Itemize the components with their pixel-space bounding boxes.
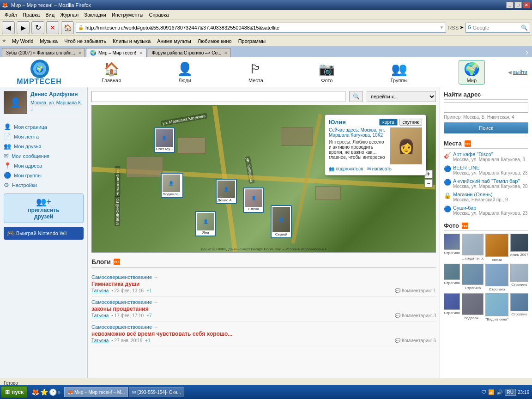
tray-language[interactable]: RU — [505, 389, 516, 396]
browser-search-box[interactable]: G 🔍 — [466, 23, 530, 33]
menu-tools[interactable]: Инструменты — [109, 12, 146, 18]
map-goto-select[interactable]: перейти к... — [367, 91, 436, 102]
sidebar-my-friends[interactable]: 👥 Мои друзья — [4, 141, 84, 151]
photo-item-10[interactable]: "Вид из окна" — [485, 293, 508, 321]
invite-box[interactable]: 👥+ пригласить друзей — [4, 193, 84, 223]
photo-item-1[interactable]: ...когда ты о, — [462, 234, 484, 262]
menu-history[interactable]: Журнал — [57, 12, 81, 18]
nav-people[interactable]: 👤 Люди — [172, 60, 198, 84]
menu-help[interactable]: Справка — [146, 12, 171, 18]
taskbar-item-1[interactable]: ✉ [393-559-154]- Окн... — [129, 387, 184, 397]
popup-write-btn[interactable]: ✉ написать — [367, 166, 392, 171]
bookmark-myworld[interactable]: My World — [9, 38, 36, 44]
places-rss-icon[interactable]: rss — [465, 140, 471, 147]
address-dropdown[interactable]: ▼ — [439, 25, 444, 30]
blog-0-category[interactable]: Самосовершенствование — [91, 274, 152, 280]
bookmark-programs[interactable]: Программы — [236, 38, 268, 44]
quick-launch-clock[interactable]: 🕐 — [49, 388, 57, 396]
tab-1[interactable]: 🌍 Мир – Мир тесен! ✕ — [86, 48, 147, 57]
photos-rss-icon[interactable]: rss — [462, 223, 468, 229]
start-button[interactable]: ⊞ пуск — [1, 386, 28, 398]
tab-1-close[interactable]: ✕ — [139, 51, 143, 55]
place-1-name[interactable]: BEER LINE — [453, 165, 528, 170]
tab-0[interactable]: Зубы (2007) » Фильмы онлайн... ✕ — [2, 48, 85, 57]
sidebar-my-feed[interactable]: 📄 Моя лента — [4, 132, 84, 141]
photo-item-8[interactable]: Строгино — [444, 293, 460, 321]
logout-link[interactable]: выйти — [513, 69, 527, 75]
bookmark-remember[interactable]: Чтоб не забывать — [61, 38, 109, 44]
address-search-button[interactable]: Поиск — [444, 122, 528, 133]
place-2-name[interactable]: Английский паб "Темпл бар" — [453, 178, 528, 184]
stop-button[interactable]: ✕ — [46, 21, 59, 34]
blog-2-author[interactable]: Татьяна — [91, 338, 109, 343]
blog-1-title[interactable]: законы процветания — [91, 306, 436, 312]
map-search-button[interactable]: 🔍 — [349, 91, 363, 102]
map-pin-3[interactable]: 👤 Елена — [243, 187, 264, 213]
close-button[interactable]: ✕ — [523, 2, 530, 8]
blog-2-category[interactable]: Самосовершенствование — [91, 324, 152, 330]
address-input[interactable] — [444, 103, 528, 113]
scroll-tabs-right[interactable]: › — [526, 48, 528, 57]
menu-bookmarks[interactable]: Закладки — [81, 12, 109, 18]
sidebar-my-page[interactable]: 👤 Моя страница — [4, 122, 84, 132]
menu-edit[interactable]: Правка — [20, 12, 42, 18]
quick-launch-browser[interactable]: 🦊 — [31, 388, 39, 396]
minimize-button[interactable]: _ — [506, 2, 514, 8]
search-go-button[interactable]: 🔍 — [521, 24, 528, 31]
nav-world[interactable]: 🌍 Мир — [459, 60, 485, 85]
bookmark-anime[interactable]: Аниме мульты — [154, 38, 193, 44]
quick-launch-star[interactable]: ⭐ — [40, 388, 48, 396]
photo-item-7[interactable]: Строгино — [510, 264, 528, 292]
popup-tab-satellite[interactable]: спутник — [399, 119, 422, 126]
tab-2-close[interactable]: ✕ — [224, 51, 228, 55]
blog-2-title[interactable]: невозможно всё время чувствовать себя хо… — [91, 331, 436, 337]
photo-item-6[interactable]: Строгино — [485, 264, 508, 292]
tab-0-close[interactable]: ✕ — [78, 51, 82, 55]
nav-groups[interactable]: 👥 Группы — [386, 60, 412, 84]
photo-item-9[interactable]: подосок... — [462, 293, 484, 321]
quick-launch-expand[interactable]: » — [58, 390, 60, 395]
blog-0-author[interactable]: Татьяна — [91, 288, 109, 293]
forward-button[interactable]: ▶ — [17, 21, 30, 34]
map-pin-1[interactable]: 👤 Людмила... — [161, 173, 184, 198]
blog-0-title[interactable]: Гимнастика души — [91, 281, 436, 287]
sidebar-my-addresses[interactable]: 📍 Мои адреса — [4, 161, 84, 170]
photo-item-11[interactable]: Строгино — [510, 293, 528, 321]
back-button[interactable]: ◀ — [2, 21, 15, 34]
map-pin-0[interactable]: 👤 Олег Му... — [154, 127, 175, 153]
restore-button[interactable]: □ — [514, 2, 522, 8]
home-button[interactable]: 🏠 — [61, 21, 74, 34]
photo-item-2[interactable]: свечи — [485, 234, 508, 262]
photo-item-5[interactable]: Строгино — [462, 264, 484, 292]
user-name[interactable]: Денис Арифулин — [30, 91, 84, 97]
taskbar-item-0[interactable]: 🦊 Мир – Мир тесен! – М... — [64, 387, 128, 397]
popup-tab-map[interactable]: карта — [379, 119, 398, 126]
bookmark-music[interactable]: Музыка — [37, 38, 60, 44]
zoom-out-button[interactable]: − — [424, 179, 433, 187]
popup-friend-btn[interactable]: 👥 подружиться — [329, 166, 363, 171]
bookmark-clips[interactable]: Клипы и музыка — [110, 38, 153, 44]
place-4-name[interactable]: Суши-бар — [453, 205, 528, 211]
sidebar-my-messages[interactable]: ✉ Мои сообщения — [4, 151, 84, 161]
sidebar-my-groups[interactable]: 🔵 Мои группы — [4, 170, 84, 180]
reload-button[interactable]: ↻ — [31, 21, 44, 34]
nav-places[interactable]: 🏳 Места — [244, 60, 268, 84]
blog-1-category[interactable]: Самосовершенствование — [91, 299, 152, 305]
map-search-input[interactable] — [91, 91, 345, 102]
blogs-rss-icon[interactable]: rss — [114, 259, 120, 265]
photo-item-4[interactable]: Строгино — [444, 264, 460, 292]
photo-item-3[interactable]: июнь 2007 — [510, 234, 528, 262]
wii-promo[interactable]: 🎮 Выиграй Nintendo Wii — [4, 227, 84, 240]
nav-home[interactable]: 🏠 Главная — [97, 60, 126, 84]
nav-photos[interactable]: 📷 Фото — [314, 60, 339, 84]
tab-2[interactable]: Форум района Строгино –> Со... ✕ — [148, 48, 231, 57]
bookmark-cinema[interactable]: Любимое кино — [195, 38, 235, 44]
search-input[interactable] — [473, 25, 521, 30]
sidebar-settings[interactable]: ⚙ Настройки — [4, 180, 84, 190]
menu-file[interactable]: Файл — [2, 12, 20, 18]
place-0-name[interactable]: Арт-кафе "Disco" — [453, 151, 525, 157]
map-pin-2[interactable]: 👤 Денис А... — [216, 179, 237, 204]
map-pin-4[interactable]: 👤 Яна — [195, 211, 216, 236]
map-pin-5[interactable]: 👤 Сергей — [271, 205, 292, 238]
url-text[interactable]: http://mirtesen.ru/world#goto&55.8091678… — [85, 25, 439, 30]
